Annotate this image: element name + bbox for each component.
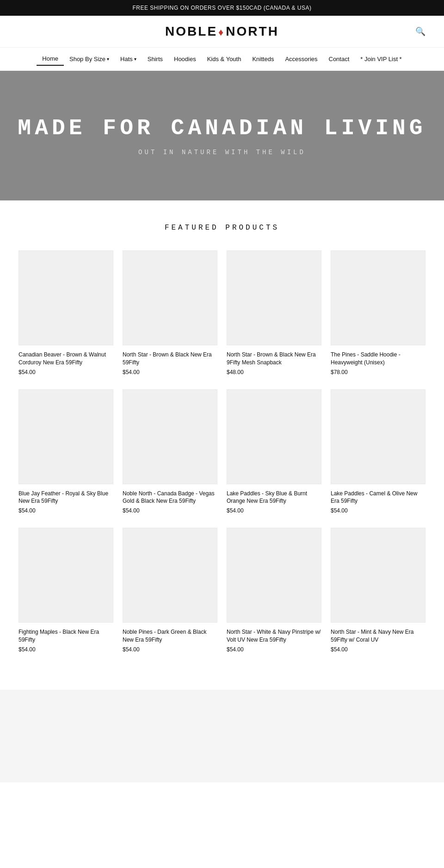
product-image [123, 389, 217, 484]
product-card[interactable]: North Star - Brown & Black New Era 59Fif… [123, 250, 217, 375]
product-image [18, 528, 113, 623]
product-name: Lake Paddles - Sky Blue & Burnt Orange N… [227, 490, 321, 506]
product-image [18, 250, 113, 345]
product-image [331, 389, 426, 484]
search-icon: 🔍 [415, 27, 426, 36]
product-card[interactable]: Lake Paddles - Sky Blue & Burnt Orange N… [227, 389, 321, 514]
nav-hats[interactable]: Hats ▾ [115, 53, 142, 65]
product-name: North Star - White & Navy Pinstripe w/ V… [227, 628, 321, 644]
product-price: $54.00 [18, 646, 113, 653]
logo-part1: NOBLE [165, 24, 217, 38]
product-image [331, 250, 426, 345]
product-card[interactable]: North Star - Mint & Navy New Era 59Fifty… [331, 528, 426, 653]
product-name: North Star - Brown & Black New Era 9Fift… [227, 351, 321, 367]
nav-accessories[interactable]: Accessories [279, 53, 323, 65]
nav-shop-by-size-label: Shop By Size [69, 56, 105, 62]
product-name: Canadian Beaver - Brown & Walnut Corduro… [18, 351, 113, 367]
nav-hoodies[interactable]: Hoodies [168, 53, 202, 65]
nav-knitteds[interactable]: Knitteds [247, 53, 279, 65]
product-card[interactable]: The Pines - Saddle Hoodie - Heavyweight … [331, 250, 426, 375]
product-name: North Star - Mint & Navy New Era 59Fifty… [331, 628, 426, 644]
product-price: $54.00 [18, 507, 113, 514]
product-price: $54.00 [331, 646, 426, 653]
product-price: $54.00 [123, 507, 217, 514]
chevron-down-icon-hats: ▾ [134, 56, 136, 62]
product-card[interactable]: Lake Paddles - Camel & Olive New Era 59F… [331, 389, 426, 514]
product-card[interactable]: Fighting Maples - Black New Era 59Fifty$… [18, 528, 113, 653]
product-card[interactable]: North Star - Brown & Black New Era 9Fift… [227, 250, 321, 375]
site-header: NOBLE♦NORTH 🔍 [0, 16, 444, 48]
product-image [227, 250, 321, 345]
product-name: Noble Pines - Dark Green & Black New Era… [123, 628, 217, 644]
product-name: Blue Jay Feather - Royal & Sky Blue New … [18, 490, 113, 506]
product-image [227, 389, 321, 484]
logo-part2: NORTH [226, 24, 279, 38]
main-nav: Home Shop By Size ▾ Hats ▾ Shirts Hoodie… [0, 48, 444, 71]
product-price: $54.00 [227, 646, 321, 653]
nav-shop-by-size[interactable]: Shop By Size ▾ [64, 53, 115, 65]
product-card[interactable]: North Star - White & Navy Pinstripe w/ V… [227, 528, 321, 653]
product-price: $54.00 [227, 507, 321, 514]
product-name: Noble North - Canada Badge - Vegas Gold … [123, 490, 217, 506]
product-name: North Star - Brown & Black New Era 59Fif… [123, 351, 217, 367]
featured-products-section: FEATURED PRODUCTS Canadian Beaver - Brow… [0, 200, 444, 671]
footer-area [0, 690, 444, 782]
product-price: $54.00 [123, 369, 217, 375]
logo-maple: ♦ [218, 26, 225, 38]
product-card[interactable]: Canadian Beaver - Brown & Walnut Corduro… [18, 250, 113, 375]
product-price: $54.00 [18, 369, 113, 375]
product-name: Fighting Maples - Black New Era 59Fifty [18, 628, 113, 644]
product-price: $48.00 [227, 369, 321, 375]
product-image [227, 528, 321, 623]
announcement-bar: FREE SHIPPING ON ORDERS OVER $150CAD (CA… [0, 0, 444, 16]
product-card[interactable]: Noble North - Canada Badge - Vegas Gold … [123, 389, 217, 514]
announcement-text: FREE SHIPPING ON ORDERS OVER $150CAD (CA… [133, 5, 312, 11]
product-name: The Pines - Saddle Hoodie - Heavyweight … [331, 351, 426, 367]
nav-contact[interactable]: Contact [323, 53, 355, 65]
featured-products-title: FEATURED PRODUCTS [18, 224, 426, 232]
product-image [331, 528, 426, 623]
product-card[interactable]: Blue Jay Feather - Royal & Sky Blue New … [18, 389, 113, 514]
product-image [18, 389, 113, 484]
nav-hats-label: Hats [120, 56, 133, 62]
product-name: Lake Paddles - Camel & Olive New Era 59F… [331, 490, 426, 506]
search-button[interactable]: 🔍 [415, 26, 426, 37]
products-grid: Canadian Beaver - Brown & Walnut Corduro… [18, 250, 426, 653]
hero-title: MADE FOR CANADIAN LIVING [18, 115, 426, 142]
product-image [123, 250, 217, 345]
hero-subtitle: OUT IN NATURE WITH THE WILD [138, 149, 306, 156]
product-price: $78.00 [331, 369, 426, 375]
chevron-down-icon: ▾ [107, 56, 109, 62]
nav-kids-youth[interactable]: Kids & Youth [202, 53, 247, 65]
product-price: $54.00 [123, 646, 217, 653]
product-price: $54.00 [331, 507, 426, 514]
nav-home[interactable]: Home [37, 52, 64, 66]
hero-section: MADE FOR CANADIAN LIVING OUT IN NATURE W… [0, 71, 444, 200]
nav-shirts[interactable]: Shirts [142, 53, 168, 65]
product-card[interactable]: Noble Pines - Dark Green & Black New Era… [123, 528, 217, 653]
site-logo[interactable]: NOBLE♦NORTH [165, 24, 279, 39]
nav-vip-list[interactable]: * Join VIP List * [355, 53, 407, 65]
product-image [123, 528, 217, 623]
